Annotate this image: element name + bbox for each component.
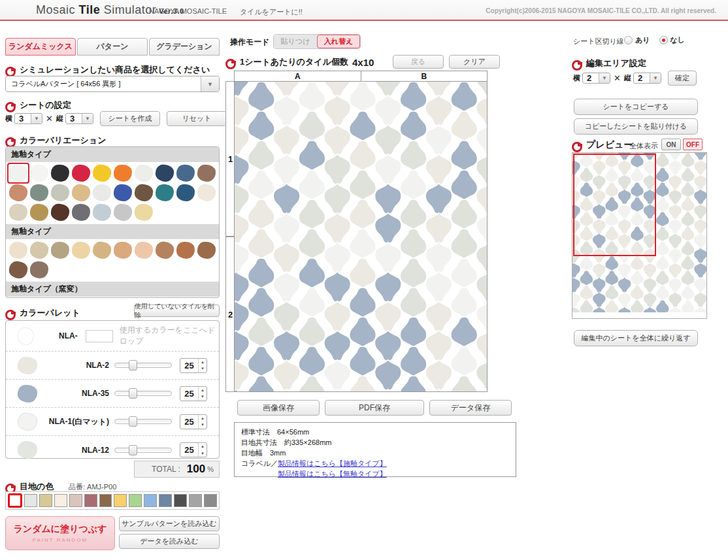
slider-handle[interactable] (129, 416, 137, 427)
color-variation-swatch[interactable] (175, 183, 196, 203)
ratio-slider[interactable] (114, 448, 172, 453)
product-info-link-unglazed[interactable]: 製品情報はこちら【無釉タイプ】 (278, 470, 387, 478)
grout-color-swatch[interactable] (24, 494, 37, 507)
ratio-slider[interactable] (114, 363, 172, 368)
palette-drop-row[interactable]: NLA- 使用するカラーをここへドロップ (6, 321, 219, 352)
copy-sheet-button[interactable]: シートをコピーする (574, 99, 698, 115)
color-variation-swatch[interactable] (112, 203, 133, 222)
edit-width-select[interactable]: 2▼ (582, 73, 610, 84)
preview-off-toggle[interactable]: OFF (683, 139, 703, 150)
tab-gradation[interactable]: グラデーション (149, 38, 220, 56)
sheet-height-select[interactable]: 3▼ (65, 113, 93, 124)
grout-color-swatch[interactable] (189, 494, 202, 507)
paste-sheet-button[interactable]: コピーしたシートを貼り付ける (574, 118, 698, 135)
tile-swatch[interactable] (50, 164, 70, 182)
color-variation-swatch[interactable] (29, 240, 50, 260)
color-variation-swatch[interactable] (196, 240, 217, 260)
color-variation-swatch[interactable] (91, 203, 112, 222)
spinner-up-icon[interactable]: ▲ (199, 359, 207, 366)
color-variation-swatch[interactable] (154, 240, 175, 260)
product-info-link-glazed[interactable]: 製品情報はこちら【施釉タイプ】 (278, 459, 387, 467)
load-sample-pattern-button[interactable]: サンプルパターンを読み込む (119, 516, 220, 531)
spinner-up-icon[interactable]: ▲ (199, 415, 207, 422)
tile-swatch[interactable] (9, 165, 27, 182)
grout-color-swatch[interactable] (129, 494, 142, 507)
ratio-slider[interactable] (114, 419, 172, 424)
grout-color-swatch[interactable] (54, 494, 67, 507)
color-variation-swatch[interactable] (133, 203, 154, 222)
tile-mosaic[interactable] (235, 82, 488, 392)
color-variation-swatch[interactable] (71, 183, 91, 203)
color-variation-swatch[interactable] (71, 203, 91, 222)
clear-button[interactable]: クリア (449, 55, 500, 69)
tile-swatch[interactable] (8, 203, 28, 222)
color-variation-swatch[interactable] (154, 183, 175, 203)
tile-swatch[interactable] (155, 184, 174, 202)
paint-random-button[interactable]: ランダムに塗りつぶす PAINT RANDOM (5, 516, 115, 550)
tile-swatch[interactable] (71, 184, 91, 202)
color-variation-swatch[interactable] (91, 163, 112, 183)
color-variation-swatch[interactable] (50, 203, 71, 222)
color-variation-swatch[interactable] (8, 183, 29, 203)
save-data-button[interactable]: データ保存 (429, 400, 512, 416)
color-variation-swatch[interactable] (91, 240, 112, 260)
color-variation-swatch[interactable] (50, 183, 71, 203)
chevron-down-icon[interactable]: ▼ (201, 76, 219, 91)
tile-swatch[interactable] (134, 203, 154, 222)
product-select[interactable]: コラベルAパターン [ 64x56 異形 ] ▼ (5, 76, 220, 92)
color-variation-swatch[interactable] (175, 240, 196, 260)
grout-color-swatch[interactable] (99, 494, 112, 507)
tile-swatch[interactable] (29, 184, 49, 202)
sheet-width-select[interactable]: 3▼ (14, 113, 42, 124)
nla-code-input[interactable] (86, 330, 113, 342)
grout-color-swatch[interactable] (8, 493, 22, 508)
divider-on-radio[interactable]: あり (624, 35, 650, 45)
reset-button[interactable]: リセット (167, 111, 227, 126)
tile-swatch[interactable] (197, 184, 216, 202)
color-variation-swatch[interactable] (71, 240, 91, 260)
tab-pattern[interactable]: パターン (77, 38, 148, 56)
tile-swatch[interactable] (72, 165, 90, 182)
color-variation-swatch[interactable] (154, 163, 175, 183)
tile-swatch[interactable] (135, 242, 153, 259)
color-variation-swatch[interactable] (8, 203, 29, 222)
color-variation-swatch[interactable] (112, 240, 133, 260)
tile-swatch[interactable] (92, 164, 112, 182)
repeat-sheet-button[interactable]: 編集中のシートを全体に繰り返す (574, 330, 698, 346)
grout-color-swatch[interactable] (39, 494, 52, 507)
tile-swatch[interactable] (51, 184, 69, 201)
back-button[interactable]: 戻る (393, 55, 444, 69)
tile-swatch[interactable] (176, 164, 195, 182)
ratio-spinner[interactable]: 25▲▼ (180, 414, 207, 429)
tile-swatch[interactable] (113, 241, 133, 259)
tile-swatch[interactable] (155, 164, 174, 182)
preview-box[interactable] (572, 152, 707, 319)
tile-swatch[interactable] (29, 164, 49, 182)
color-variation-swatch[interactable] (196, 163, 217, 183)
color-variation-swatch[interactable] (29, 163, 50, 183)
delete-unused-tiles-button[interactable]: 使用していないタイルを削除 (134, 305, 220, 317)
tile-swatch[interactable] (93, 204, 111, 221)
slider-handle[interactable] (129, 360, 137, 371)
grout-color-swatch[interactable] (69, 494, 82, 507)
color-variation-swatch[interactable] (133, 240, 154, 260)
tile-swatch[interactable] (71, 203, 91, 222)
tile-swatch[interactable] (197, 242, 216, 259)
tile-swatch[interactable] (72, 242, 90, 259)
tile-swatch[interactable] (114, 184, 132, 201)
color-variation-swatch[interactable] (29, 183, 50, 203)
slider-handle[interactable] (129, 445, 137, 455)
confirm-button[interactable]: 確定 (668, 71, 697, 86)
grout-color-swatch[interactable] (144, 494, 157, 507)
spinner-up-icon[interactable]: ▲ (199, 443, 207, 450)
tile-canvas[interactable] (234, 81, 488, 392)
color-variation-swatch[interactable] (196, 183, 217, 203)
ratio-spinner[interactable]: 25▲▼ (180, 386, 207, 401)
ratio-spinner[interactable]: 25▲▼ (180, 442, 207, 457)
grout-color-swatch[interactable] (174, 494, 187, 507)
color-variation-swatch[interactable] (112, 183, 133, 203)
color-variation-swatch[interactable] (91, 183, 112, 203)
spinner-down-icon[interactable]: ▼ (199, 450, 207, 457)
color-variation-swatch[interactable] (175, 163, 196, 183)
color-variation-swatch[interactable] (8, 240, 29, 260)
